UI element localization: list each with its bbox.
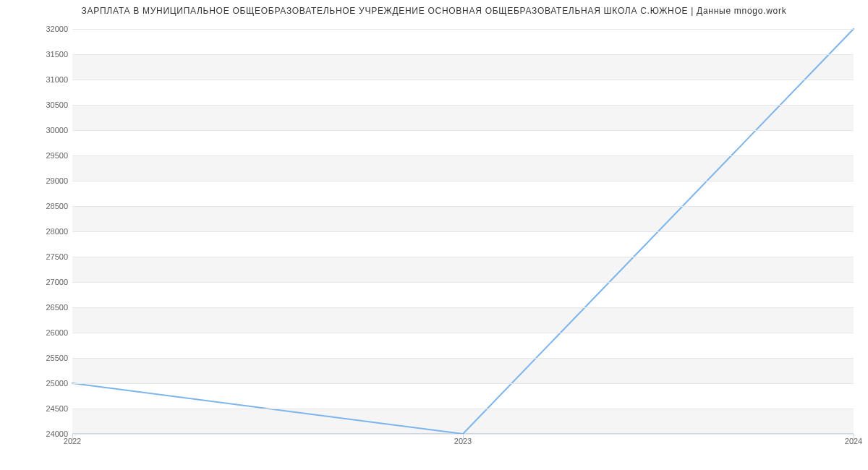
- y-tick-label: 25000: [3, 379, 68, 388]
- y-gridline: [72, 206, 854, 207]
- y-gridline: [72, 54, 854, 55]
- x-tick-label: 2023: [454, 437, 472, 445]
- x-tick-label: 2024: [845, 437, 862, 445]
- y-gridline: [72, 257, 854, 257]
- y-gridline: [72, 383, 854, 384]
- y-gridline: [72, 307, 854, 308]
- y-gridline: [72, 130, 854, 131]
- y-gridline: [72, 409, 854, 409]
- y-gridline: [72, 105, 854, 106]
- y-tick-label: 27000: [3, 278, 68, 286]
- y-gridline: [72, 282, 854, 283]
- y-tick-label: 29000: [3, 176, 68, 185]
- y-tick-label: 29500: [3, 151, 68, 160]
- y-tick-label: 26000: [3, 328, 68, 337]
- y-gridline: [72, 80, 854, 80]
- chart-title: ЗАРПЛАТА В МУНИЦИПАЛЬНОЕ ОБЩЕОБРАЗОВАТЕЛ…: [0, 6, 868, 16]
- x-tick-label: 2022: [64, 437, 81, 445]
- y-gridline: [72, 181, 854, 181]
- y-gridline: [72, 29, 854, 30]
- y-tick-label: 30000: [3, 126, 68, 134]
- y-tick-label: 24500: [3, 404, 68, 413]
- y-gridline: [72, 333, 854, 333]
- y-tick-label: 32000: [3, 25, 68, 33]
- y-tick-label: 28000: [3, 227, 68, 236]
- y-tick-label: 31000: [3, 75, 68, 84]
- y-tick-label: 27500: [3, 252, 68, 261]
- chart-container: ЗАРПЛАТА В МУНИЦИПАЛЬНОЕ ОБЩЕОБРАЗОВАТЕЛ…: [0, 0, 868, 470]
- y-tick-label: 30500: [3, 101, 68, 109]
- y-gridline: [72, 155, 854, 156]
- y-tick-label: 24000: [3, 430, 68, 438]
- y-tick-label: 28500: [3, 202, 68, 210]
- y-tick-label: 26500: [3, 303, 68, 312]
- plot-area: [72, 29, 854, 434]
- y-tick-label: 25500: [3, 354, 68, 362]
- y-tick-label: 31500: [3, 50, 68, 59]
- y-gridline: [72, 231, 854, 232]
- y-gridline: [72, 358, 854, 359]
